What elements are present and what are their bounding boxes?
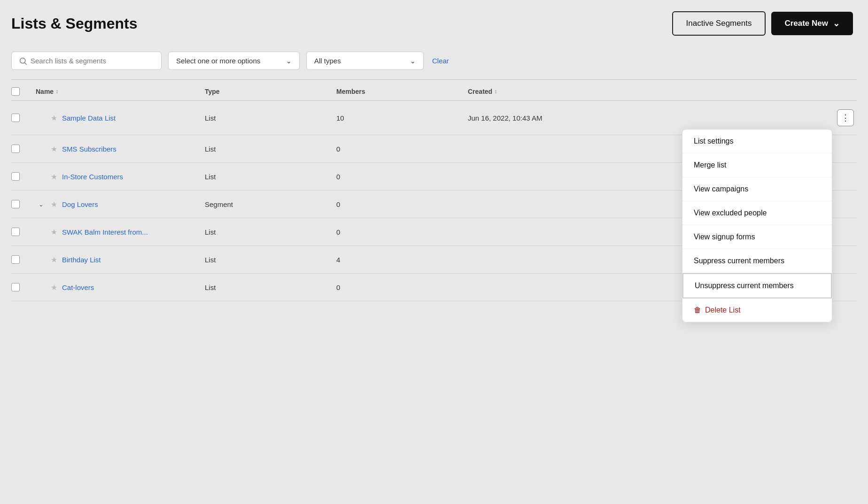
col-header-created: Created ↕ bbox=[468, 88, 832, 95]
type-cell: List bbox=[205, 256, 336, 264]
star-icon[interactable]: ★ bbox=[51, 200, 57, 209]
chevron-down-icon: ⌄ bbox=[410, 57, 416, 65]
name-cell: ⌄ ★ Sample Data List bbox=[36, 113, 205, 123]
type-select-label: All types bbox=[314, 57, 341, 65]
search-input-wrap bbox=[11, 52, 162, 70]
context-menu-item-delete[interactable]: 🗑 Delete List bbox=[682, 298, 832, 322]
star-icon[interactable]: ★ bbox=[51, 172, 57, 181]
chevron-down-icon: ⌄ bbox=[286, 57, 292, 65]
item-name-link[interactable]: SWAK Balm Interest from... bbox=[62, 228, 148, 236]
star-icon[interactable]: ★ bbox=[51, 228, 57, 237]
name-cell: ⌄ ★ In-Store Customers bbox=[36, 171, 205, 182]
name-cell: ⌄ ★ SWAK Balm Interest from... bbox=[36, 227, 205, 237]
item-name-link[interactable]: Sample Data List bbox=[62, 114, 116, 122]
inactive-segments-button[interactable]: Inactive Segments bbox=[672, 11, 766, 36]
type-cell: List bbox=[205, 145, 336, 153]
sort-icon-name[interactable]: ↕ bbox=[55, 88, 58, 95]
name-cell: ⌄ ★ SMS Subscribers bbox=[36, 144, 205, 154]
select-all-checkbox[interactable] bbox=[11, 87, 20, 96]
members-cell: 0 bbox=[336, 200, 468, 208]
item-name-link[interactable]: In-Store Customers bbox=[62, 173, 123, 181]
type-cell: List bbox=[205, 114, 336, 122]
name-cell: ⌄ ★ Dog Lovers bbox=[36, 199, 205, 209]
context-menu-item-list-settings[interactable]: List settings bbox=[682, 130, 832, 153]
row-checkbox[interactable] bbox=[11, 172, 20, 181]
context-menu-item-view-excluded[interactable]: View excluded people bbox=[682, 201, 832, 225]
expand-button[interactable]: ⌄ bbox=[36, 199, 46, 209]
create-new-button[interactable]: Create New ⌄ bbox=[771, 12, 853, 35]
options-select-dropdown[interactable]: Select one or more options ⌄ bbox=[168, 52, 300, 70]
search-input[interactable] bbox=[31, 57, 154, 65]
members-cell: 0 bbox=[336, 173, 468, 181]
type-cell: List bbox=[205, 173, 336, 181]
members-cell: 10 bbox=[336, 114, 468, 122]
item-name-link[interactable]: Birthday List bbox=[62, 256, 101, 264]
col-header-name: Name ↕ bbox=[36, 88, 205, 95]
row-checkbox[interactable] bbox=[11, 200, 20, 208]
item-name-link[interactable]: Cat-lovers bbox=[62, 283, 94, 291]
page-header: Lists & Segments Inactive Segments Creat… bbox=[0, 0, 868, 45]
search-icon bbox=[19, 57, 27, 65]
name-cell: ⌄ ★ Birthday List bbox=[36, 254, 205, 265]
row-checkbox[interactable] bbox=[11, 283, 20, 291]
svg-line-1 bbox=[25, 62, 27, 64]
row-checkbox[interactable] bbox=[11, 145, 20, 153]
header-actions: Inactive Segments Create New ⌄ bbox=[672, 11, 853, 36]
members-cell: 4 bbox=[336, 256, 468, 264]
context-menu-item-suppress[interactable]: Suppress current members bbox=[682, 249, 832, 273]
members-cell: 0 bbox=[336, 283, 468, 291]
type-cell: List bbox=[205, 283, 336, 291]
row-checkbox[interactable] bbox=[11, 114, 20, 122]
row-action-button[interactable]: ⋮ bbox=[837, 109, 854, 126]
table-header-row: Name ↕ Type Members Created ↕ bbox=[11, 80, 857, 101]
table-area: Name ↕ Type Members Created ↕ ⌄ ★ Sample… bbox=[0, 80, 868, 301]
type-cell: List bbox=[205, 228, 336, 236]
row-checkbox[interactable] bbox=[11, 228, 20, 236]
chevron-down-icon: ⌄ bbox=[833, 18, 840, 29]
star-icon[interactable]: ★ bbox=[51, 255, 57, 264]
name-cell: ⌄ ★ Cat-lovers bbox=[36, 282, 205, 292]
row-checkbox[interactable] bbox=[11, 255, 20, 264]
page-title: Lists & Segments bbox=[11, 15, 138, 32]
delete-label: Delete List bbox=[705, 306, 741, 314]
context-menu: List settings Merge list View campaigns … bbox=[682, 129, 832, 322]
members-cell: 0 bbox=[336, 145, 468, 153]
context-menu-item-unsuppress[interactable]: Unsuppress current members bbox=[682, 273, 832, 298]
created-cell: Jun 16, 2022, 10:43 AM bbox=[468, 114, 832, 122]
star-icon[interactable]: ★ bbox=[51, 145, 57, 153]
col-header-members: Members bbox=[336, 88, 468, 95]
col-header-type: Type bbox=[205, 88, 336, 95]
item-name-link[interactable]: SMS Subscribers bbox=[62, 145, 116, 153]
type-cell: Segment bbox=[205, 200, 336, 208]
context-menu-item-view-campaigns[interactable]: View campaigns bbox=[682, 177, 832, 201]
table-row: ⌄ ★ Sample Data List List 10 Jun 16, 202… bbox=[11, 101, 857, 135]
star-icon[interactable]: ★ bbox=[51, 114, 57, 122]
action-cell: ⋮ bbox=[832, 109, 857, 126]
header-checkbox-cell bbox=[11, 87, 36, 96]
sort-icon-created[interactable]: ↕ bbox=[494, 88, 497, 95]
trash-icon: 🗑 bbox=[694, 306, 701, 314]
clear-button[interactable]: Clear bbox=[430, 57, 451, 65]
members-cell: 0 bbox=[336, 228, 468, 236]
star-icon[interactable]: ★ bbox=[51, 283, 57, 292]
type-select-dropdown[interactable]: All types ⌄ bbox=[306, 52, 424, 70]
item-name-link[interactable]: Dog Lovers bbox=[62, 200, 98, 208]
filter-bar: Select one or more options ⌄ All types ⌄… bbox=[0, 45, 868, 79]
options-select-label: Select one or more options bbox=[176, 57, 260, 65]
create-new-label: Create New bbox=[784, 19, 828, 28]
context-menu-item-view-signup[interactable]: View signup forms bbox=[682, 225, 832, 249]
context-menu-item-merge-list[interactable]: Merge list bbox=[682, 153, 832, 177]
